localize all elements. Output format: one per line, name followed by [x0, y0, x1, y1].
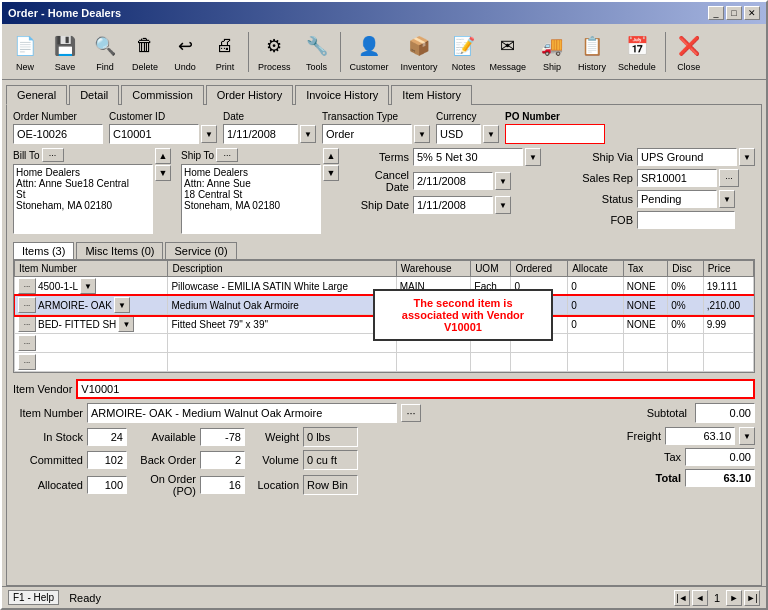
next-page-button[interactable]: ►: [726, 590, 742, 606]
tab-general[interactable]: General: [6, 85, 67, 105]
ship-via-dropdown[interactable]: ▼: [739, 148, 755, 166]
cancel-date-dropdown[interactable]: ▼: [495, 172, 511, 190]
cell-description-2: Medium Walnut Oak Armoire: [168, 296, 396, 315]
form-row-2: Bill To ··· Home Dealers Attn: Anne Sue1…: [13, 148, 755, 234]
table-empty-row-2[interactable]: ···: [15, 353, 754, 372]
bill-to-scroll-down[interactable]: ▼: [155, 165, 171, 181]
ship-date-dropdown[interactable]: ▼: [495, 196, 511, 214]
find-icon: 🔍: [91, 32, 119, 60]
ship-to-scroll-up[interactable]: ▲: [323, 148, 339, 164]
last-page-button[interactable]: ►|: [744, 590, 760, 606]
prev-page-button[interactable]: ◄: [692, 590, 708, 606]
row1-dropdown[interactable]: ▼: [80, 278, 96, 294]
row1-ellipsis[interactable]: ···: [18, 278, 36, 294]
ship-via-row: Ship Via ▼: [568, 148, 755, 166]
terms-input[interactable]: [413, 148, 523, 166]
status-input[interactable]: [637, 190, 717, 208]
tab-item-history[interactable]: Item History: [391, 85, 472, 105]
date-dropdown[interactable]: ▼: [300, 125, 316, 143]
in-stock-input[interactable]: [87, 428, 127, 446]
sub-tab-items[interactable]: Items (3): [13, 242, 74, 259]
tab-detail[interactable]: Detail: [69, 85, 119, 105]
allocated-input[interactable]: [87, 476, 127, 494]
committed-input[interactable]: [87, 451, 127, 469]
cancel-date-input[interactable]: [413, 172, 493, 190]
item-number-ellipsis[interactable]: ···: [401, 404, 421, 422]
currency-input[interactable]: [436, 124, 481, 144]
find-button[interactable]: 🔍 Find: [86, 29, 124, 75]
row2-dropdown[interactable]: ▼: [114, 297, 130, 313]
customer-id-dropdown[interactable]: ▼: [201, 125, 217, 143]
row2-ellipsis[interactable]: ···: [18, 297, 36, 313]
customer-id-input[interactable]: [109, 124, 199, 144]
sales-rep-input[interactable]: [637, 169, 717, 187]
maximize-button[interactable]: □: [726, 6, 742, 20]
first-page-button[interactable]: |◄: [674, 590, 690, 606]
weight-input[interactable]: [303, 427, 358, 447]
tax-input[interactable]: [685, 448, 755, 466]
customer-button[interactable]: 👤 Customer: [345, 29, 394, 75]
sub-tab-service[interactable]: Service (0): [165, 242, 236, 259]
total-input[interactable]: [685, 469, 755, 487]
terms-dropdown[interactable]: ▼: [525, 148, 541, 166]
currency-group: Currency ▼: [436, 111, 499, 144]
tab-order-history[interactable]: Order History: [206, 85, 293, 105]
ship-to-textarea[interactable]: Home Dealers Attn: Anne Sue 18 Central S…: [181, 164, 321, 234]
order-number-input[interactable]: [13, 124, 103, 144]
inventory-button[interactable]: 📦 Inventory: [396, 29, 443, 75]
row3-ellipsis[interactable]: ···: [18, 316, 36, 332]
history-button[interactable]: 📋 History: [573, 29, 611, 75]
sub-tab-misc-items[interactable]: Misc Items (0): [76, 242, 163, 259]
back-order-input[interactable]: [200, 451, 245, 469]
ship-via-input[interactable]: [637, 148, 737, 166]
tab-invoice-history[interactable]: Invoice History: [295, 85, 389, 105]
empty-row2-ellipsis[interactable]: ···: [18, 354, 36, 370]
bill-to-textarea[interactable]: Home Dealers Attn: Anne Sue18 Central St…: [13, 164, 153, 234]
empty-row-ellipsis[interactable]: ···: [18, 335, 36, 351]
ship-to-ellipsis[interactable]: ···: [216, 148, 238, 162]
close-button[interactable]: ❌ Close: [670, 29, 708, 75]
item-number-field[interactable]: [87, 403, 397, 423]
cancel-date-label: Cancel Date: [349, 169, 409, 193]
ship-to-scroll-down[interactable]: ▼: [323, 165, 339, 181]
notes-button[interactable]: 📝 Notes: [445, 29, 483, 75]
freight-dropdown[interactable]: ▼: [739, 427, 755, 445]
help-button[interactable]: F1 - Help: [8, 590, 59, 605]
po-number-input[interactable]: [505, 124, 605, 144]
schedule-label: Schedule: [618, 62, 656, 72]
row3-dropdown[interactable]: ▼: [118, 316, 134, 332]
currency-dropdown[interactable]: ▼: [483, 125, 499, 143]
print-button[interactable]: 🖨 Print: [206, 29, 244, 75]
freight-input[interactable]: [665, 427, 735, 445]
transaction-type-dropdown[interactable]: ▼: [414, 125, 430, 143]
sales-rep-ellipsis[interactable]: ···: [719, 169, 739, 187]
fob-input[interactable]: [637, 211, 735, 229]
ship-button[interactable]: 🚚 Ship: [533, 29, 571, 75]
tools-button[interactable]: 🔧 Tools: [298, 29, 336, 75]
minimize-button[interactable]: _: [708, 6, 724, 20]
location-input[interactable]: [303, 475, 358, 495]
save-icon: 💾: [51, 32, 79, 60]
on-order-input[interactable]: [200, 476, 245, 494]
message-icon: ✉: [494, 32, 522, 60]
undo-button[interactable]: ↩ Undo: [166, 29, 204, 75]
close-window-button[interactable]: ✕: [744, 6, 760, 20]
process-button[interactable]: ⚙ Process: [253, 29, 296, 75]
schedule-button[interactable]: 📅 Schedule: [613, 29, 661, 75]
available-input[interactable]: [200, 428, 245, 446]
save-button[interactable]: 💾 Save: [46, 29, 84, 75]
status-dropdown[interactable]: ▼: [719, 190, 735, 208]
bill-to-ellipsis[interactable]: ···: [42, 148, 64, 162]
delete-button[interactable]: 🗑 Delete: [126, 29, 164, 75]
volume-input[interactable]: [303, 450, 358, 470]
tab-commission[interactable]: Commission: [121, 85, 204, 105]
transaction-type-input[interactable]: [322, 124, 412, 144]
bill-to-scroll-up[interactable]: ▲: [155, 148, 171, 164]
message-button[interactable]: ✉ Message: [485, 29, 532, 75]
new-button[interactable]: 📄 New: [6, 29, 44, 75]
subtotal-input[interactable]: [695, 403, 755, 423]
date-input[interactable]: [223, 124, 298, 144]
item-vendor-input[interactable]: [76, 379, 755, 399]
ship-date-input-row: ▼: [413, 196, 511, 214]
ship-date-input[interactable]: [413, 196, 493, 214]
